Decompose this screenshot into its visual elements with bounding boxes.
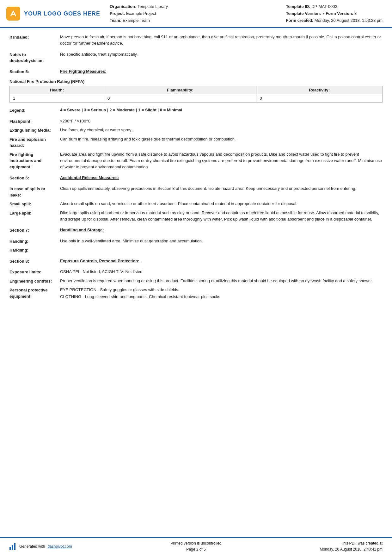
nfpa-col-health: Health: [10,86,104,94]
field-row-handling1: Handling: Use only in a well-ventilated … [9,238,383,245]
field-row-exposure-limits: Exposure limits: OSHA PEL: Not listed, A… [9,269,383,275]
label-spills: In case of spills or leaks: [9,185,60,198]
org-label: Organisation: [110,4,137,9]
project-value: Example Project [126,11,156,16]
field-row-small-spill: Small spill: Absorb small spills on sand… [9,201,383,207]
value-section7: Handling and Storage: [60,227,383,233]
value-engineering-controls: Proper ventilation is required when hand… [60,278,383,284]
section6-title: Accidental Release Measures: [60,175,119,180]
logo-text: YOUR LOGO GOES HERE [24,10,100,17]
label-small-spill: Small spill: [9,201,60,207]
field-row-legend: Legend: 4 = Severe | 3 = Serious | 2 = M… [9,107,383,114]
footer-generated-text: Generated with [19,544,45,549]
label-handling1: Handling: [9,238,60,245]
logo-icon [6,7,20,21]
label-fire-fighting: Fire fighting instructions and equipment… [9,151,60,170]
form-created-value: Monday, 20 August 2018, 1:53:23 pm [315,18,383,23]
field-row-extinguishing: Extinguishing Media: Use foam, dry chemi… [9,127,383,134]
template-id-line: Template ID: DP-MAT-0002 [286,3,383,10]
dashpivot-link[interactable]: dashpivot.com [47,544,72,549]
field-row-section7: Section 7: Handling and Storage: [9,227,383,234]
label-handling2: Handling: [9,247,60,253]
nfpa-val-flammability: 0 [104,94,256,103]
content: If inhaled: Move person to fresh air, if… [0,28,392,537]
ppe-line1: EYE PROTECTION - Safety goggles or glass… [60,287,383,293]
footer-pdf-line1: This PDF was created at [258,540,383,546]
label-flashpoint: Flashpoint: [9,118,60,125]
label-large-spill: Large spill: [9,210,60,216]
footer-uncontrolled: Printed version is uncontrolled [134,540,258,546]
label-ppe: Personal protective equipment: [9,287,60,299]
bar2 [12,545,13,550]
form-created-label: Form created: [286,18,314,23]
nfpa-title: National Fire Protection Rating (NFPA) [9,79,383,84]
field-row-section8: Section 8: Exposure Controls, Personal P… [9,258,383,265]
value-spills: Clean up spills immediately, observing p… [60,185,383,192]
section7-title: Handling and Storage: [60,228,104,232]
footer: Generated with dashpivot.com Printed ver… [0,537,392,555]
section5-title: Fire Fighting Measures: [60,69,107,74]
footer-page: Page 2 of 5 [134,546,258,552]
org-line: Organisation: Template Library [110,3,286,10]
nfpa-col-reactivity: Reactivity: [256,86,383,94]
label-section7: Section 7: [9,227,60,234]
template-version-label: Template Version: [286,11,321,16]
footer-pdf-line2: Monday, 20 August 2018, 2:40:41 pm [258,546,383,552]
label-engineering-controls: Engineering controls: [9,278,60,284]
value-small-spill: Absorb small spills on sand, vermiculite… [60,201,383,207]
value-section6: Accidental Release Measures: [60,175,383,181]
value-extinguishing: Use foam, dry chemical, or water spray. [60,127,383,133]
value-legend: 4 = Severe | 3 = Serious | 2 = Moderate … [60,107,383,113]
template-id-label: Template ID: [286,4,310,9]
field-row-flashpoint: Flashpoint: >200°F / >100°C [9,118,383,125]
value-fire-explosion: Can burn in fire, releasing irritating a… [60,136,383,142]
footer-center: Printed version is uncontrolled Page 2 o… [134,540,258,552]
org-value: Template Library [138,4,168,9]
field-row-handling2: Handling: [9,247,383,253]
team-label: Team: [110,18,121,23]
value-handling1: Use only in a well-ventilated area. Mini… [60,238,383,244]
team-line: Team: Example Team [110,17,286,24]
header-meta-center: Organisation: Template Library Project: … [100,3,286,24]
footer-left: Generated with dashpivot.com [9,543,134,550]
bar1 [9,547,11,550]
label-exposure-limits: Exposure limits: [9,269,60,275]
value-ppe: EYE PROTECTION - Safety goggles or glass… [60,287,383,300]
nfpa-val-reactivity: 0 [256,94,383,103]
form-version-value: 3 [354,11,357,16]
field-row-if-inhaled: If inhaled: Move person to fresh air, if… [9,34,383,47]
label-notes-doctor: Notes to doctor/physician: [9,51,60,64]
nfpa-table: Health: Flammability: Reactivity: 1 0 0 [9,86,383,103]
label-legend: Legend: [9,107,60,114]
value-fire-fighting: Evacuate area and fight fire upwind from… [60,151,383,170]
value-exposure-limits: OSHA PEL: Not listed, ACIGH TLV: Not lis… [60,269,383,275]
form-created-line: Form created: Monday, 20 August 2018, 1:… [286,17,383,24]
nfpa-val-health: 1 [10,94,104,103]
project-label: Project: [110,11,125,16]
team-value: Example Team [123,18,150,23]
field-row-spills: In case of spills or leaks: Clean up spi… [9,185,383,198]
field-row-section6: Section 6: Accidental Release Measures: [9,175,383,181]
label-section6: Section 6: [9,175,60,181]
form-version-label: Form Version: [326,11,353,16]
label-section5: Section 5: [9,68,60,75]
bar3 [14,543,15,550]
header-logo: YOUR LOGO GOES HERE [6,3,100,24]
value-large-spill: Dike large spills using absorbent or imp… [60,210,383,222]
label-if-inhaled: If inhaled: [9,34,60,41]
page: YOUR LOGO GOES HERE Organisation: Templa… [0,0,392,555]
nfpa-col-flammability: Flammability: [104,86,256,94]
value-if-inhaled: Move person to fresh air, if person is n… [60,34,383,47]
field-row-fire-explosion: Fire and explosion hazard: Can burn in f… [9,136,383,149]
section8-title: Exposure Controls, Personal Protection: [60,259,139,263]
field-row-engineering-controls: Engineering controls: Proper ventilation… [9,278,383,284]
field-row-section5: Section 5: Fire Fighting Measures: [9,68,383,75]
value-section8: Exposure Controls, Personal Protection: [60,258,383,264]
value-section5: Fire Fighting Measures: [60,68,383,75]
field-row-notes-doctor: Notes to doctor/physician: No specific a… [9,51,383,64]
label-fire-explosion: Fire and explosion hazard: [9,136,60,149]
field-row-large-spill: Large spill: Dike large spills using abs… [9,210,383,222]
field-row-ppe: Personal protective equipment: EYE PROTE… [9,287,383,300]
value-flashpoint: >200°F / >100°C [60,118,383,124]
label-section8: Section 8: [9,258,60,265]
